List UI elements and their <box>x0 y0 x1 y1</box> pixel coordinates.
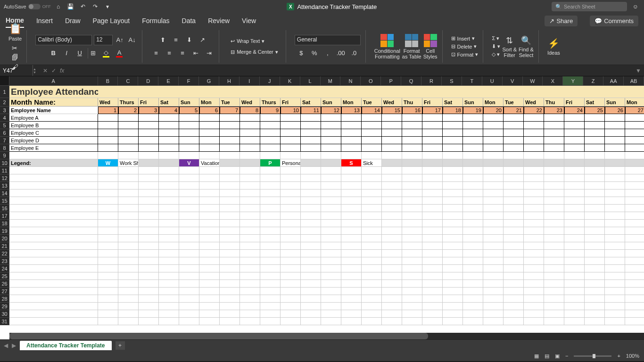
cell[interactable] <box>139 189 159 197</box>
col-header-K[interactable]: K <box>280 76 300 86</box>
cell[interactable] <box>321 189 341 197</box>
row-header-4[interactable]: 4 <box>0 114 9 122</box>
attendance-cell[interactable] <box>281 129 301 137</box>
legend-key-cell[interactable]: W <box>98 159 118 167</box>
row-header-22[interactable]: 22 <box>0 250 9 257</box>
cell[interactable] <box>321 242 341 250</box>
cell[interactable] <box>199 235 220 242</box>
attendance-cell[interactable] <box>118 144 139 152</box>
cell[interactable] <box>240 227 260 235</box>
cell[interactable] <box>220 205 240 212</box>
attendance-cell[interactable] <box>341 137 362 144</box>
cell[interactable] <box>179 182 199 189</box>
cell[interactable] <box>382 167 402 174</box>
col-header-M[interactable]: M <box>321 76 341 86</box>
cell[interactable] <box>179 257 199 265</box>
cell[interactable] <box>625 265 644 272</box>
cell[interactable] <box>422 318 443 325</box>
row-header-16[interactable]: 16 <box>0 205 9 212</box>
date-header-cell[interactable]: 19 <box>463 107 483 114</box>
col-header-O[interactable]: O <box>361 76 381 86</box>
cell[interactable] <box>199 272 220 280</box>
cell[interactable] <box>341 167 362 174</box>
attendance-cell[interactable] <box>483 129 504 137</box>
conditional-formatting-button[interactable]: Conditional Formatting <box>374 34 400 59</box>
cell[interactable] <box>585 159 605 167</box>
cell[interactable] <box>260 303 281 310</box>
day-header-cell[interactable]: Tue <box>220 98 240 107</box>
row-header-19[interactable]: 19 <box>0 227 9 235</box>
cell[interactable] <box>585 318 605 325</box>
cell[interactable] <box>402 265 422 272</box>
cell[interactable] <box>118 152 139 159</box>
page-break-view-icon[interactable]: ▣ <box>555 353 560 359</box>
cell[interactable] <box>402 227 422 235</box>
cell[interactable] <box>159 212 179 220</box>
cell[interactable] <box>301 205 321 212</box>
cell[interactable] <box>159 310 179 318</box>
attendance-cell[interactable] <box>240 122 260 129</box>
col-header-P[interactable]: P <box>381 76 401 86</box>
cell[interactable] <box>524 189 544 197</box>
attendance-cell[interactable] <box>504 144 524 152</box>
cell[interactable] <box>544 220 564 227</box>
cell[interactable] <box>422 272 443 280</box>
cell[interactable] <box>625 310 644 318</box>
attendance-cell[interactable] <box>504 129 524 137</box>
cell[interactable] <box>402 250 422 257</box>
cell[interactable] <box>483 152 504 159</box>
cell[interactable] <box>362 189 382 197</box>
col-header-F[interactable]: F <box>179 76 199 86</box>
cell[interactable] <box>443 310 463 318</box>
number-format-select[interactable]: General <box>295 35 361 45</box>
cell[interactable] <box>585 242 605 250</box>
cell[interactable] <box>220 280 240 288</box>
cell[interactable] <box>443 174 463 182</box>
cell[interactable] <box>585 288 605 295</box>
cell[interactable] <box>443 189 463 197</box>
cell[interactable] <box>139 220 159 227</box>
cell[interactable] <box>199 212 220 220</box>
cell[interactable] <box>524 250 544 257</box>
cell[interactable] <box>139 227 159 235</box>
cell[interactable] <box>220 242 240 250</box>
align-center-icon[interactable]: ≡ <box>164 48 174 58</box>
col-header-I[interactable]: I <box>239 76 260 86</box>
cell[interactable] <box>220 303 240 310</box>
cell[interactable] <box>402 152 422 159</box>
cell[interactable] <box>9 220 98 227</box>
attendance-cell[interactable] <box>402 137 422 144</box>
cell[interactable] <box>585 227 605 235</box>
col-header-L[interactable]: L <box>300 76 321 86</box>
cell[interactable] <box>199 167 220 174</box>
cell[interactable] <box>98 250 118 257</box>
decrease-font-icon[interactable]: A↓ <box>127 35 137 45</box>
cell[interactable] <box>402 205 422 212</box>
legend-key-cell[interactable]: S <box>341 159 362 167</box>
cell[interactable] <box>605 152 625 159</box>
cell[interactable] <box>9 235 98 242</box>
employee-name-cell[interactable]: Employee A <box>9 114 98 122</box>
cell-styles-button[interactable]: Cell Styles <box>423 34 438 59</box>
cell[interactable] <box>605 272 625 280</box>
cell[interactable] <box>321 212 341 220</box>
date-header-cell[interactable]: 10 <box>281 107 301 114</box>
cell[interactable] <box>9 197 98 205</box>
cell[interactable] <box>118 189 139 197</box>
cell[interactable] <box>240 272 260 280</box>
attendance-cell[interactable] <box>240 114 260 122</box>
cell[interactable] <box>341 310 362 318</box>
cell[interactable] <box>564 212 585 220</box>
cell[interactable] <box>98 174 118 182</box>
cell[interactable] <box>625 182 644 189</box>
cell[interactable] <box>362 205 382 212</box>
cell[interactable] <box>260 310 281 318</box>
cell[interactable] <box>362 250 382 257</box>
cell[interactable] <box>240 212 260 220</box>
cell[interactable] <box>504 152 524 159</box>
namebox-up-icon[interactable]: ▲ <box>33 67 36 71</box>
cell[interactable] <box>382 197 402 205</box>
cell[interactable] <box>199 227 220 235</box>
attendance-cell[interactable] <box>585 137 605 144</box>
col-header-U[interactable]: U <box>482 76 503 86</box>
